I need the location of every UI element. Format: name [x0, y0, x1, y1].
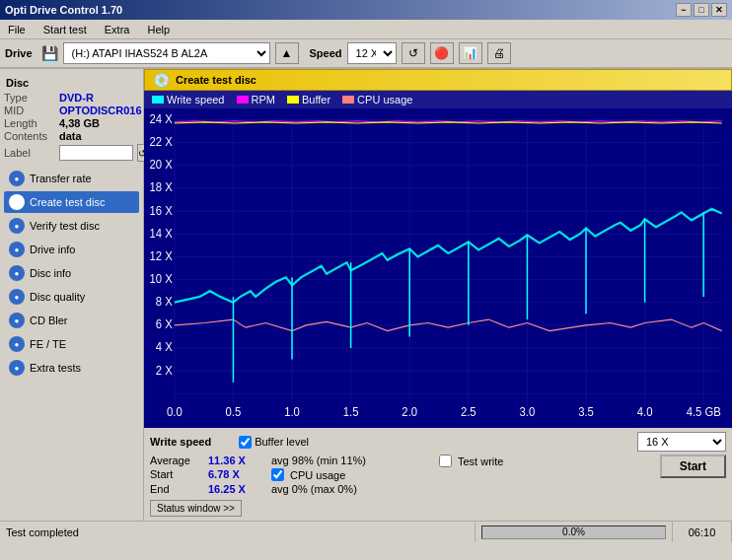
- eject-button[interactable]: ▲: [275, 42, 299, 64]
- stats-row1: Write speed Buffer level 16 X12 X8 X4 X: [150, 432, 726, 452]
- menu-help[interactable]: Help: [143, 23, 174, 36]
- svg-text:12 X: 12 X: [150, 248, 173, 263]
- legend-rpm-label: RPM: [252, 94, 275, 105]
- write-speed-label: Write speed: [150, 436, 211, 448]
- legend-rpm-color: [237, 96, 249, 104]
- settings-button2[interactable]: 📊: [459, 42, 482, 64]
- svg-text:2 X: 2 X: [156, 363, 173, 378]
- svg-text:2.0: 2.0: [402, 405, 417, 420]
- sidebar-item-transfer-rate[interactable]: ●Transfer rate: [4, 168, 139, 189]
- mid-key: MID: [4, 105, 55, 116]
- drive-label: Drive: [5, 47, 33, 59]
- legend-write-speed-color: [152, 96, 164, 104]
- start-button[interactable]: Start: [660, 455, 726, 478]
- type-value: DVD-R: [59, 92, 94, 104]
- start-key: Start: [150, 468, 204, 481]
- menu-extra[interactable]: Extra: [101, 23, 134, 36]
- sidebar-item-disc-quality[interactable]: ●Disc quality: [4, 286, 139, 308]
- sidebar-item-cd-bler[interactable]: ●CD Bler: [4, 310, 139, 331]
- legend-cpu: CPU usage: [342, 94, 412, 105]
- settings-button3[interactable]: 🖨: [487, 42, 511, 64]
- sidebar-item-label-disc-quality: Disc quality: [30, 291, 85, 303]
- label-input[interactable]: [59, 145, 133, 161]
- disc-section-title: Disc: [4, 77, 139, 89]
- legend-cpu-color: [342, 96, 354, 104]
- end-desc: avg 0% (max 0%): [271, 483, 429, 495]
- status-bar: Test completed 0.0% 06:10: [0, 521, 732, 542]
- length-key: Length: [4, 117, 55, 129]
- sidebar-item-drive-info[interactable]: ●Drive info: [4, 239, 139, 260]
- chart-title-bar: 💿 Create test disc: [144, 69, 732, 91]
- stats-section: Write speed Buffer level 16 X12 X8 X4 X …: [144, 428, 732, 521]
- svg-text:14 X: 14 X: [150, 226, 173, 241]
- sidebar-item-label-extra-tests: Extra tests: [30, 362, 81, 374]
- sidebar-item-disc-info[interactable]: ●Disc info: [4, 262, 139, 284]
- chart-area: 24 X 22 X 20 X 18 X 16 X 14 X 12 X 10 X …: [144, 108, 732, 428]
- sidebar-item-create-test-disc[interactable]: ●Create test disc: [4, 191, 139, 213]
- cpu-usage-checkbox[interactable]: [271, 468, 284, 481]
- refresh-button[interactable]: ↺: [402, 42, 425, 64]
- minimize-button[interactable]: −: [676, 3, 692, 17]
- sidebar-item-verify-test-disc[interactable]: ●Verify test disc: [4, 215, 139, 237]
- status-window-button[interactable]: Status window >>: [150, 500, 242, 517]
- sidebar-item-label-fe-te: FE / TE: [30, 338, 66, 350]
- svg-rect-0: [144, 108, 732, 428]
- create-test-disc-icon: ●: [9, 194, 25, 210]
- svg-text:0.0: 0.0: [167, 405, 183, 420]
- menu-file[interactable]: File: [4, 23, 30, 36]
- disc-info-grid: Type DVD-R MID OPTODISCR016 Length 4,38 …: [4, 92, 139, 162]
- legend-buffer: Buffer: [287, 94, 330, 105]
- svg-text:1.0: 1.0: [284, 405, 300, 420]
- drive-select[interactable]: (H:) ATAPI IHAS524 B AL2A: [63, 42, 270, 64]
- sidebar-item-fe-te[interactable]: ●FE / TE: [4, 333, 139, 355]
- buffer-level-checkbox[interactable]: [239, 436, 252, 449]
- svg-text:0.5: 0.5: [226, 405, 242, 420]
- stats-table: Average 11.36 X avg 98% (min 11%) Start …: [150, 455, 429, 495]
- test-write-checkbox[interactable]: [439, 455, 452, 467]
- contents-key: Contents: [4, 130, 55, 142]
- drive-icon: 💾: [41, 45, 58, 61]
- cpu-usage-label: CPU usage: [290, 469, 345, 481]
- speed-label: Speed: [310, 47, 342, 59]
- menu-start-test[interactable]: Start test: [39, 23, 91, 36]
- progress-bar: 0.0%: [481, 525, 666, 539]
- legend-buffer-label: Buffer: [302, 94, 330, 105]
- sidebar-item-extra-tests[interactable]: ●Extra tests: [4, 357, 139, 379]
- main-layout: Disc Type DVD-R MID OPTODISCR016 Length …: [0, 69, 732, 521]
- svg-text:4.0: 4.0: [637, 405, 653, 420]
- cd-bler-icon: ●: [9, 313, 25, 328]
- sidebar-item-label-cd-bler: CD Bler: [30, 315, 68, 326]
- stats-right: Test write: [429, 455, 587, 467]
- chart-svg: 24 X 22 X 20 X 18 X 16 X 14 X 12 X 10 X …: [144, 108, 732, 428]
- chart-title: Create test disc: [176, 74, 256, 86]
- svg-text:6 X: 6 X: [156, 317, 173, 332]
- sidebar-item-label-disc-info: Disc info: [30, 267, 71, 279]
- test-write-label: Test write: [458, 455, 503, 467]
- average-value: 11.36 X: [208, 455, 267, 466]
- toolbar: Drive 💾 (H:) ATAPI IHAS524 B AL2A ▲ Spee…: [0, 39, 732, 69]
- extra-tests-icon: ●: [9, 360, 25, 376]
- sidebar-item-label-create-test-disc: Create test disc: [30, 196, 105, 208]
- svg-text:22 X: 22 X: [150, 135, 173, 150]
- status-window-row: Status window >>: [150, 500, 726, 517]
- sidebar: Disc Type DVD-R MID OPTODISCR016 Length …: [0, 69, 144, 521]
- svg-text:16 X: 16 X: [150, 203, 173, 218]
- svg-text:4.5 GB: 4.5 GB: [687, 405, 721, 420]
- buffer-level-label: Buffer level: [255, 436, 309, 448]
- svg-text:8 X: 8 X: [156, 295, 173, 310]
- title-bar-buttons: − □ ✕: [676, 3, 727, 17]
- chart-legend: Write speed RPM Buffer CPU usage: [144, 91, 732, 108]
- maximize-button[interactable]: □: [694, 3, 709, 17]
- sidebar-item-label-drive-info: Drive info: [30, 244, 75, 255]
- svg-text:18 X: 18 X: [150, 180, 173, 195]
- speed-dropdown[interactable]: 16 X12 X8 X4 X: [637, 432, 726, 452]
- legend-cpu-label: CPU usage: [357, 94, 412, 105]
- speed-select[interactable]: 12 X: [347, 42, 397, 64]
- settings-button1[interactable]: 🔴: [430, 42, 454, 64]
- close-button[interactable]: ✕: [711, 3, 727, 17]
- time-value: 06:10: [689, 526, 716, 538]
- sidebar-item-label-verify-test-disc: Verify test disc: [30, 220, 100, 232]
- status-text: Test completed: [6, 526, 79, 538]
- content-area: 💿 Create test disc Write speed RPM Buffe…: [144, 69, 732, 521]
- svg-text:20 X: 20 X: [150, 158, 173, 173]
